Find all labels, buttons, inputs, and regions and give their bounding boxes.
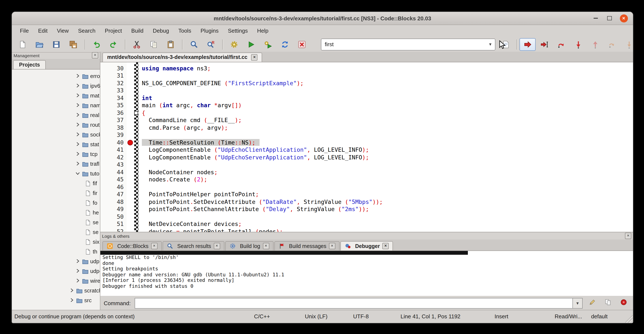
- compile-current-button[interactable]: [498, 38, 514, 51]
- menu-project[interactable]: Project: [100, 26, 126, 36]
- tree-item-he[interactable]: he: [12, 208, 100, 217]
- line-number[interactable]: 38: [100, 124, 126, 132]
- code-line-48[interactable]: pointToPoint.SetDeviceAttribute ("DataRa…: [138, 198, 633, 206]
- tree-item-tuto[interactable]: tuto: [12, 169, 100, 178]
- code-line-45[interactable]: nodes.Create (2);: [138, 176, 633, 184]
- code-line-35[interactable]: main (int argc, char *argv[]): [138, 102, 633, 109]
- step-out-button[interactable]: [587, 38, 603, 51]
- code-line-31[interactable]: [138, 72, 633, 80]
- tree-item-tcp[interactable]: tcp: [12, 149, 100, 159]
- code-line-39[interactable]: [138, 132, 633, 139]
- code-line-50[interactable]: [138, 213, 633, 221]
- tree-item-ipv6[interactable]: ipv6: [12, 81, 100, 91]
- tree-item-udp[interactable]: udp: [12, 256, 100, 266]
- menu-debug[interactable]: Debug: [148, 26, 174, 36]
- editor-tab-first-cc[interactable]: mnt/dev/tools/source/ns-3-dev/examples/t…: [102, 53, 262, 62]
- chevron-right-icon[interactable]: [75, 93, 81, 98]
- resize-grip[interactable]: [625, 315, 632, 322]
- tree-item-se[interactable]: se: [12, 217, 100, 227]
- tree-item-wire[interactable]: wire: [12, 276, 100, 286]
- build-button[interactable]: [226, 38, 242, 51]
- breakpoint-margin[interactable]: [126, 62, 134, 232]
- copy-output-button[interactable]: [602, 297, 614, 308]
- next-line-button[interactable]: [554, 38, 570, 51]
- close-tab-icon[interactable]: ×: [214, 243, 220, 249]
- chevron-right-icon[interactable]: [75, 132, 81, 137]
- line-number[interactable]: 45: [100, 176, 126, 184]
- titlebar[interactable]: mnt/dev/tools/source/ns-3-dev/examples/t…: [12, 12, 633, 25]
- line-number[interactable]: 34: [100, 95, 126, 102]
- search-combo-dropdown-icon[interactable]: ▾: [486, 39, 495, 50]
- line-number-margin[interactable]: 3031323334353637383940414243444546474849…: [100, 62, 126, 232]
- logs-close-icon[interactable]: ×: [625, 233, 631, 239]
- logs-tab-build-messages[interactable]: Build messages×: [274, 241, 340, 250]
- code-line-36[interactable]: {: [138, 109, 633, 117]
- line-number[interactable]: 52: [100, 228, 126, 232]
- chevron-down-icon[interactable]: [75, 171, 81, 176]
- cut-button[interactable]: [129, 38, 145, 51]
- code-line-44[interactable]: NodeContainer nodes;: [138, 169, 633, 176]
- tree-item-stat[interactable]: stat: [12, 139, 100, 149]
- open-file-button[interactable]: [31, 38, 48, 51]
- tree-item-fo[interactable]: fo: [12, 198, 100, 208]
- chevron-right-icon[interactable]: [75, 83, 81, 89]
- code-line-49[interactable]: pointToPoint.SetChannelAttribute ("Delay…: [138, 206, 633, 213]
- tree-item-fif[interactable]: fif: [12, 178, 100, 188]
- code-line-37[interactable]: CommandLine cmd (__FILE__);: [138, 117, 633, 124]
- code-line-38[interactable]: cmd.Parse (argc, argv);: [138, 124, 633, 132]
- code-line-32[interactable]: NS_LOG_COMPONENT_DEFINE ("FirstScriptExa…: [138, 80, 633, 87]
- copy-button[interactable]: [146, 38, 162, 51]
- line-number[interactable]: 41: [100, 146, 126, 154]
- close-tab-icon[interactable]: ×: [151, 243, 157, 249]
- code-line-47[interactable]: PointToPointHelper pointToPoint;: [138, 191, 633, 198]
- tree-item-rout[interactable]: rout: [12, 120, 100, 130]
- command-input[interactable]: [134, 298, 572, 308]
- chevron-right-icon[interactable]: [75, 268, 81, 274]
- menu-file[interactable]: File: [15, 26, 34, 36]
- line-number[interactable]: 48: [100, 198, 126, 206]
- fold-margin[interactable]: [134, 62, 138, 232]
- code-line-41[interactable]: LogComponentEnable ("UdpEchoClientApplic…: [138, 146, 633, 154]
- tree-item-th[interactable]: th: [12, 247, 100, 256]
- chevron-right-icon[interactable]: [75, 161, 81, 167]
- tree-item-src[interactable]: src: [12, 295, 100, 305]
- tree-item-six[interactable]: six: [12, 237, 100, 247]
- menu-build[interactable]: Build: [126, 26, 148, 36]
- code-line-51[interactable]: NetDeviceContainer devices;: [138, 221, 633, 228]
- replace-button[interactable]: R: [203, 38, 219, 51]
- logs-tab-debugger[interactable]: Debugger×: [340, 241, 393, 250]
- line-number[interactable]: 49: [100, 206, 126, 213]
- line-number[interactable]: 40: [100, 139, 126, 146]
- chevron-right-icon[interactable]: [75, 73, 81, 79]
- tree-item-fir[interactable]: fir: [12, 188, 100, 198]
- save-button[interactable]: [48, 38, 64, 51]
- debug-continue-button[interactable]: [520, 38, 536, 51]
- code-line-42[interactable]: LogComponentEnable ("UdpEchoServerApplic…: [138, 154, 633, 161]
- find-button[interactable]: [186, 38, 202, 51]
- line-number[interactable]: 37: [100, 117, 126, 124]
- stop-button[interactable]: [618, 297, 630, 308]
- menu-plugins[interactable]: Plugins: [196, 26, 223, 36]
- logs-tab-code-blocks[interactable]: Code::Blocks×: [102, 241, 162, 250]
- line-number[interactable]: 43: [100, 161, 126, 169]
- chevron-right-icon[interactable]: [70, 297, 75, 303]
- line-number[interactable]: 33: [100, 87, 126, 95]
- maximize-button[interactable]: [605, 14, 614, 23]
- tree-item-trafl[interactable]: trafl: [12, 159, 100, 169]
- fold-marker-icon[interactable]: [134, 111, 138, 115]
- tree-item-udp[interactable]: udp-: [12, 266, 100, 276]
- code-line-46[interactable]: [138, 184, 633, 191]
- menu-search[interactable]: Search: [74, 26, 100, 36]
- close-tab-icon[interactable]: ×: [329, 243, 335, 249]
- menu-tools[interactable]: Tools: [174, 26, 196, 36]
- code-line-40[interactable]: Time::SetResolution (Time::NS);: [138, 139, 633, 146]
- menu-edit[interactable]: Edit: [34, 26, 52, 36]
- line-number[interactable]: 35: [100, 102, 126, 109]
- new-file-button[interactable]: [14, 38, 30, 51]
- chevron-right-icon[interactable]: [75, 122, 81, 128]
- menu-help[interactable]: Help: [252, 26, 273, 36]
- chevron-right-icon[interactable]: [75, 112, 81, 118]
- tree-item-se[interactable]: se: [12, 227, 100, 237]
- tree-item-scratch[interactable]: scratch: [12, 286, 100, 295]
- line-number[interactable]: 46: [100, 184, 126, 191]
